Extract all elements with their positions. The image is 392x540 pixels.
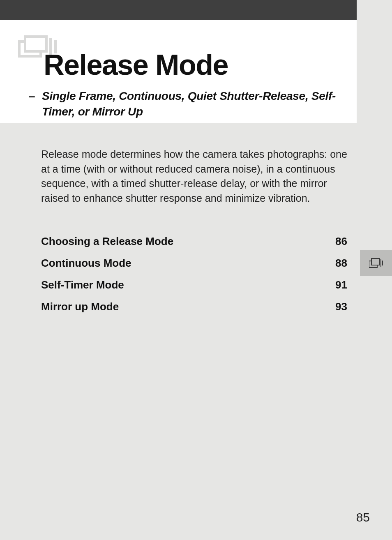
page-title: Release Mode	[44, 48, 228, 81]
toc-row[interactable]: Mirror up Mode 93	[41, 300, 347, 313]
toc-row[interactable]: Choosing a Release Mode 86	[41, 235, 347, 248]
toc-page: 93	[333, 300, 347, 313]
toc-label: Continuous Mode	[41, 257, 131, 270]
toc-row[interactable]: Self-Timer Mode 91	[41, 279, 347, 291]
toc-label: Mirror up Mode	[41, 300, 119, 313]
toc-label: Self-Timer Mode	[41, 279, 124, 291]
toc-page: 91	[333, 279, 347, 291]
svg-rect-3	[26, 38, 45, 50]
subtitle-text: Single Frame, Continuous, Quiet Shutter-…	[42, 88, 350, 120]
intro-paragraph: Release mode determines how the camera t…	[41, 147, 353, 205]
table-of-contents: Choosing a Release Mode 86 Continuous Mo…	[41, 235, 347, 322]
toc-page: 88	[333, 257, 347, 270]
release-mode-icon	[369, 258, 383, 268]
subtitle-dash: –	[29, 88, 42, 104]
toc-page: 86	[333, 235, 347, 248]
svg-rect-7	[371, 258, 380, 265]
page-number: 85	[356, 510, 370, 524]
toc-row[interactable]: Continuous Mode 88	[41, 257, 347, 270]
page-subtitle: –Single Frame, Continuous, Quiet Shutter…	[29, 88, 353, 120]
toc-label: Choosing a Release Mode	[41, 235, 173, 248]
top-bar	[0, 0, 357, 20]
section-tab[interactable]	[360, 250, 392, 276]
